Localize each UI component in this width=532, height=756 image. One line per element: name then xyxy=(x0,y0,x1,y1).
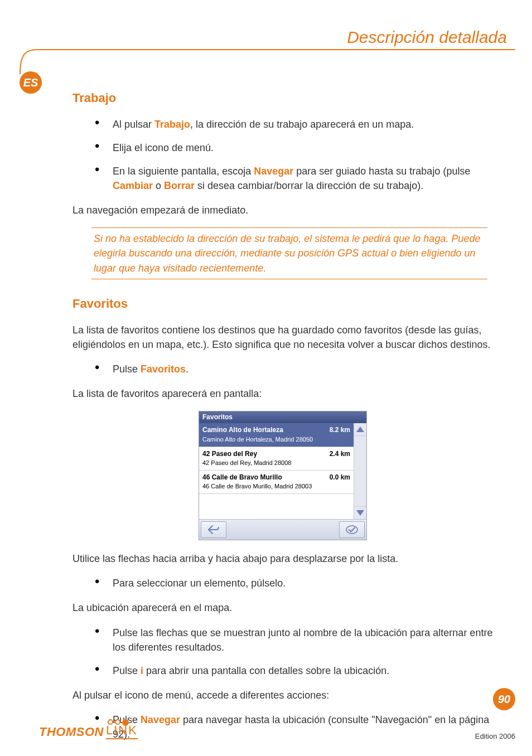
bullet-map-actions: Pulse las flechas que se muestran junto … xyxy=(72,626,493,678)
bold-navegar-2: Navegar xyxy=(141,714,180,725)
page: Descripción detallada ES Trabajo Al puls… xyxy=(0,0,532,756)
device-footer xyxy=(199,519,366,540)
triangle-down-icon xyxy=(356,510,364,516)
scroll-up-button[interactable] xyxy=(354,423,366,436)
favorites-item-3[interactable]: 46 Calle de Bravo Murillo 0.0 km 46 Call… xyxy=(199,471,354,494)
bullet-alt-arrows: Pulse las flechas que se muestran junto … xyxy=(95,626,493,655)
bullet-select: Para seleccionar un elemento, púlselo. xyxy=(95,576,493,590)
bold-navegar: Navegar xyxy=(254,166,293,177)
fav-addr: Camino Alto de Hortaleza, Madrid 28050 xyxy=(202,435,350,444)
device-scrollbar xyxy=(354,423,366,519)
header-rule xyxy=(37,49,515,50)
fav-name: Camino Alto de Hortaleza xyxy=(202,425,283,435)
bullet-pulse-favoritos: Pulse Favoritos. xyxy=(95,362,493,376)
footer-spacer xyxy=(230,521,336,538)
triangle-up-icon xyxy=(356,427,364,432)
note-trabajo: Si no ha establecido la dirección de su … xyxy=(91,227,487,279)
favoritos-bullet-pulse: Pulse Favoritos. xyxy=(72,362,493,376)
bullet-nav: Pulse Navegar para navegar hasta la ubic… xyxy=(95,713,493,742)
page-number-badge: 90 xyxy=(493,688,515,710)
para-arrows: Utilice las flechas hacia arriba y hacia… xyxy=(72,551,493,566)
favorites-item-1[interactable]: Camino Alto de Hortaleza 8.2 km Camino A… xyxy=(199,423,354,447)
fav-addr: 46 Calle de Bravo Murillo, Madrid 28003 xyxy=(202,482,350,491)
svg-point-0 xyxy=(346,526,357,534)
bullet-trabajo-3: En la siguiente pantalla, escoja Navegar… xyxy=(95,164,493,193)
bold-favoritos: Favoritos xyxy=(141,364,186,375)
edition-label: Edition 2006 xyxy=(475,732,515,740)
para-list-caption: La lista de favoritos aparecerá en panta… xyxy=(72,386,493,401)
heading-favoritos: Favoritos xyxy=(72,295,493,313)
para-trabajo-nav-start: La navegación empezará de inmediato. xyxy=(72,203,493,217)
fav-name: 42 Paseo del Rey xyxy=(202,449,257,459)
chapter-title: Descripción detallada xyxy=(347,28,507,47)
trabajo-bullets: Al pulsar Trabajo, la dirección de su tr… xyxy=(72,117,493,193)
fav-addr: 42 Paseo del Rey, Madrid 28008 xyxy=(202,459,350,468)
favorites-item-2[interactable]: 42 Paseo del Rey 2.4 km 42 Paseo del Rey… xyxy=(199,447,354,471)
bold-trabajo: Trabajo xyxy=(154,119,190,130)
device-list: Camino Alto de Hortaleza 8.2 km Camino A… xyxy=(199,423,354,519)
bold-cambiar: Cambiar xyxy=(113,180,153,191)
para-menu-actions: Al pulsar el icono de menú, accede a dif… xyxy=(72,688,493,702)
bold-borrar: Borrar xyxy=(164,180,195,191)
bullet-i: Pulse i para abrir una pantalla con deta… xyxy=(95,663,493,678)
device-titlebar: Favoritos xyxy=(199,411,366,423)
scroll-down-button[interactable] xyxy=(354,506,366,519)
bullet-select-wrap: Para seleccionar un elemento, púlselo. xyxy=(72,576,493,590)
brand-thomson-text: THOMSON xyxy=(39,725,104,739)
device-body: Camino Alto de Hortaleza 8.2 km Camino A… xyxy=(199,423,366,519)
brand-dots-icon xyxy=(108,719,129,726)
fav-dist: 0.0 km xyxy=(330,473,350,482)
language-badge: ES xyxy=(20,71,42,94)
para-favoritos-intro: La lista de favoritos contiene los desti… xyxy=(72,323,493,352)
device-frame: Favoritos Camino Alto de Hortaleza 8.2 k… xyxy=(199,411,367,540)
fav-dist: 2.4 km xyxy=(330,449,350,459)
checkmark-icon xyxy=(345,525,359,535)
fav-dist: 8.2 km xyxy=(330,425,350,435)
fav-name: 46 Calle de Bravo Murillo xyxy=(202,473,282,482)
content-body: Trabajo Al pulsar Trabajo, la dirección … xyxy=(72,89,493,752)
back-button[interactable] xyxy=(201,521,226,538)
heading-trabajo: Trabajo xyxy=(72,89,493,107)
device-screenshot: Favoritos Camino Alto de Hortaleza 8.2 k… xyxy=(72,411,493,540)
bullet-trabajo-1: Al pulsar Trabajo, la dirección de su tr… xyxy=(95,117,493,132)
para-map: La ubicación aparecerá en el mapa. xyxy=(72,600,493,615)
back-arrow-icon xyxy=(207,525,220,535)
confirm-button[interactable] xyxy=(339,521,365,538)
brand-logo: THOMSON LINK xyxy=(39,720,129,739)
bullet-trabajo-2: Elija el icono de menú. xyxy=(95,140,493,155)
